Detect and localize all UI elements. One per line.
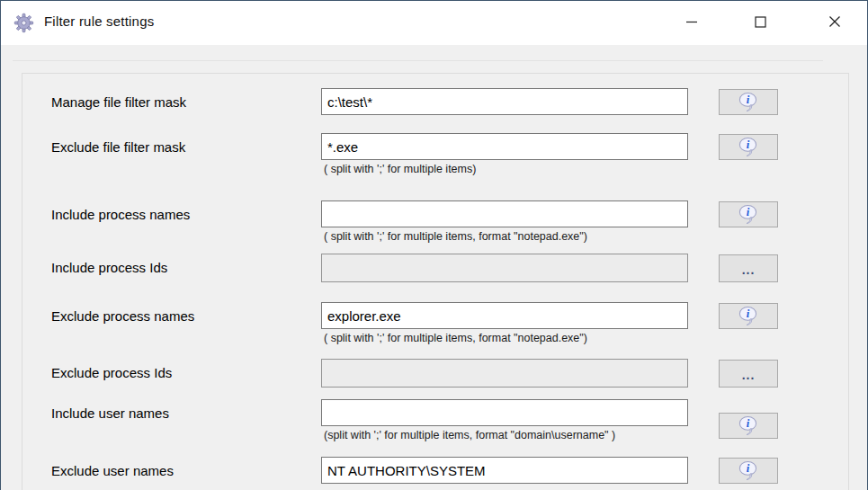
field-hint: ( split with ';' for multiple items) bbox=[324, 163, 476, 175]
minimize-button[interactable] bbox=[671, 4, 712, 39]
info-button[interactable]: i bbox=[719, 89, 778, 115]
info-balloon-icon: i bbox=[738, 137, 759, 157]
info-balloon-icon: i bbox=[738, 92, 759, 112]
field-label: Exclude file filter mask bbox=[51, 139, 185, 155]
info-balloon-icon: i bbox=[738, 306, 759, 326]
svg-text:i: i bbox=[747, 94, 750, 106]
browse-button[interactable]: ... bbox=[719, 254, 778, 282]
filter-rule-settings-dialog: Filter rule settings Manage file filter … bbox=[0, 0, 868, 490]
field-label: Exclude process names bbox=[51, 308, 194, 324]
browse-button[interactable]: ... bbox=[719, 360, 778, 388]
field-input[interactable] bbox=[321, 133, 688, 160]
info-button[interactable]: i bbox=[719, 458, 778, 484]
field-input[interactable] bbox=[321, 302, 688, 329]
field-input[interactable] bbox=[321, 359, 688, 388]
close-button[interactable] bbox=[814, 4, 855, 39]
info-button[interactable]: i bbox=[719, 201, 778, 227]
svg-text:i: i bbox=[747, 462, 750, 475]
window-title: Filter rule settings bbox=[44, 13, 154, 29]
dialog-client-area: Manage file filter mask i Exclude file f… bbox=[2, 45, 866, 490]
field-label: Exclude process Ids bbox=[51, 365, 172, 380]
field-label: Include user names bbox=[51, 405, 169, 421]
field-hint: ( split with ';' for multiple items, for… bbox=[324, 230, 587, 243]
svg-text:i: i bbox=[747, 307, 750, 320]
titlebar[interactable]: Filter rule settings bbox=[1, 1, 867, 45]
field-input[interactable] bbox=[321, 457, 688, 484]
info-balloon-icon: i bbox=[738, 204, 759, 225]
field-input[interactable] bbox=[321, 88, 688, 115]
field-input[interactable] bbox=[321, 399, 688, 426]
svg-text:i: i bbox=[747, 206, 750, 218]
info-button[interactable]: i bbox=[719, 303, 778, 329]
field-label: Manage file filter mask bbox=[51, 94, 186, 110]
field-input[interactable] bbox=[321, 200, 688, 227]
info-button[interactable]: i bbox=[719, 413, 778, 439]
field-label: Include process Ids bbox=[51, 260, 167, 275]
browse-button-label: ... bbox=[742, 370, 756, 379]
info-balloon-icon: i bbox=[738, 415, 759, 436]
svg-text:i: i bbox=[747, 138, 750, 151]
browse-button-label: ... bbox=[742, 265, 756, 274]
minimize-icon bbox=[685, 16, 698, 27]
maximize-icon bbox=[755, 16, 766, 28]
field-label: Exclude user names bbox=[51, 463, 174, 478]
close-icon bbox=[828, 15, 841, 28]
field-label: Include process names bbox=[51, 207, 190, 222]
outer-groupbox-border bbox=[13, 60, 823, 61]
field-hint: (split with ';' for multiple items, form… bbox=[324, 429, 615, 441]
field-input[interactable] bbox=[321, 254, 688, 282]
field-hint: ( split with ';' for multiple items, for… bbox=[324, 332, 587, 344]
gear-icon bbox=[13, 12, 35, 34]
info-button[interactable]: i bbox=[719, 134, 778, 160]
maximize-button[interactable] bbox=[739, 4, 781, 39]
svg-text:i: i bbox=[747, 417, 750, 430]
info-balloon-icon: i bbox=[738, 460, 759, 481]
